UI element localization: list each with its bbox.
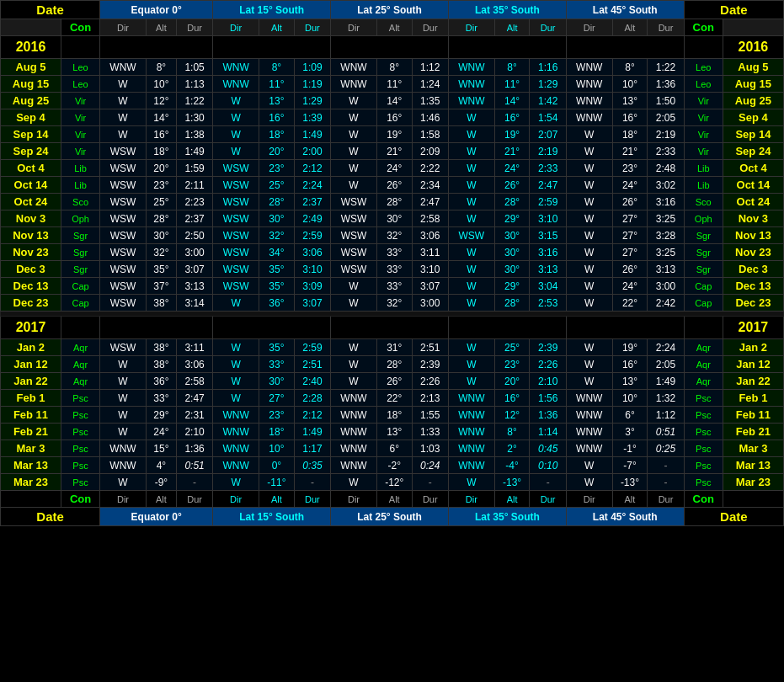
- ftr-alt-l15: Alt: [259, 491, 295, 508]
- dir-cell: W: [566, 126, 612, 143]
- alt-cell: 8°: [259, 59, 295, 76]
- dur-cell: 2:48: [648, 160, 684, 177]
- alt-cell: 10°: [612, 390, 648, 407]
- year-2017-l25: [331, 317, 449, 339]
- dir-cell: W: [566, 210, 612, 227]
- dir-cell: WNW: [331, 59, 377, 76]
- alt-cell: 24°: [146, 424, 176, 440]
- dir-cell: W: [448, 356, 494, 373]
- con-cell-right: Psc: [684, 440, 723, 457]
- alt-cell: 33°: [376, 278, 412, 295]
- con-cell-right: Vir: [684, 126, 723, 143]
- alt-cell: 16°: [494, 390, 530, 407]
- alt-cell: 20°: [146, 160, 176, 177]
- date-cell: Aug 15: [1, 76, 61, 93]
- alt-cell: 30°: [376, 210, 412, 227]
- con-cell-right: Psc: [684, 424, 723, 440]
- dir-cell: WNW: [566, 390, 612, 407]
- dur-cell: 1:29: [294, 93, 330, 109]
- dur-cell: 2:42: [648, 295, 684, 312]
- date-cell: Dec 23: [1, 295, 61, 312]
- dur-cell: 2:37: [176, 210, 212, 227]
- dir-cell: WSW: [100, 339, 147, 356]
- footer-date-left: Date: [1, 508, 100, 526]
- dur-cell: 2:59: [530, 194, 566, 210]
- dir-cell: W: [213, 390, 259, 407]
- dur-cell: 2:07: [530, 126, 566, 143]
- alt-cell: -12°: [376, 474, 412, 491]
- dir-cell: WNW: [566, 93, 612, 109]
- ftr-dir-l45: Dir: [566, 491, 612, 508]
- alt-cell: 24°: [494, 160, 530, 177]
- dur-cell: 2:10: [176, 424, 212, 440]
- subh-date-left: [1, 19, 61, 36]
- subh-dur-l45: Dur: [648, 19, 684, 36]
- dir-cell: W: [448, 210, 494, 227]
- alt-cell: 26°: [376, 373, 412, 390]
- dir-cell: W: [448, 278, 494, 295]
- date-cell-right: Mar 13: [723, 457, 783, 474]
- footer-lat15: Lat 15° South: [213, 508, 331, 526]
- alt-cell: -9°: [146, 474, 176, 491]
- alt-cell: 38°: [146, 339, 176, 356]
- dir-cell: W: [566, 177, 612, 194]
- ftr-dur-l15: Dur: [294, 491, 330, 508]
- dir-cell: WNW: [448, 59, 494, 76]
- dur-cell: 1:36: [530, 407, 566, 424]
- dir-cell: W: [448, 474, 494, 491]
- con-cell: Sgr: [61, 227, 99, 244]
- subh-dur-l35: Dur: [530, 19, 566, 36]
- subh-dur-l15: Dur: [294, 19, 330, 36]
- dur-cell: 3:06: [294, 244, 330, 261]
- dir-cell: WNW: [448, 93, 494, 109]
- dir-cell: WNW: [448, 390, 494, 407]
- dir-cell: W: [213, 109, 259, 126]
- dur-cell: 3:06: [176, 356, 212, 373]
- alt-cell: 23°: [612, 160, 648, 177]
- dur-cell: 3:13: [648, 261, 684, 278]
- con-cell-right: Sgr: [684, 261, 723, 278]
- date-cell: Sep 24: [1, 143, 61, 160]
- alt-cell: -2°: [376, 457, 412, 474]
- alt-cell: 33°: [259, 356, 295, 373]
- dur-cell: 1:56: [530, 390, 566, 407]
- con-cell: Vir: [61, 126, 99, 143]
- dur-cell: 3:04: [530, 278, 566, 295]
- dur-cell: 1:22: [176, 93, 212, 109]
- date-cell: Feb 11: [1, 407, 61, 424]
- dur-cell: 2:49: [294, 210, 330, 227]
- alt-cell: 18°: [376, 407, 412, 424]
- dir-cell: W: [566, 474, 612, 491]
- alt-cell: 30°: [494, 244, 530, 261]
- con-cell-right: Leo: [684, 76, 723, 93]
- dur-cell: 2:33: [648, 143, 684, 160]
- dir-cell: W: [566, 244, 612, 261]
- dur-cell: 3:11: [412, 244, 448, 261]
- alt-cell: 10°: [146, 76, 176, 93]
- dir-cell: WSW: [100, 261, 147, 278]
- footer-region-row: Date Equator 0° Lat 15° South Lat 25° So…: [1, 508, 784, 526]
- dur-cell: 1:09: [294, 59, 330, 76]
- table-row: Dec 23CapWSW38°3:14W36°3:07W32°3:00W28°2…: [1, 295, 784, 312]
- dir-cell: WNW: [448, 76, 494, 93]
- alt-cell: 13°: [612, 93, 648, 109]
- dur-cell: 2:58: [412, 210, 448, 227]
- dur-cell: 1:03: [412, 440, 448, 457]
- dur-cell: 3:13: [530, 261, 566, 278]
- alt-cell: 32°: [146, 244, 176, 261]
- dir-cell: W: [331, 373, 377, 390]
- con-cell: Sgr: [61, 244, 99, 261]
- alt-cell: 35°: [259, 261, 295, 278]
- dur-cell: 1:14: [530, 424, 566, 440]
- alt-cell: 28°: [259, 194, 295, 210]
- date-cell-right: Sep 14: [723, 126, 783, 143]
- dir-cell: W: [331, 93, 377, 109]
- alt-cell: 27°: [259, 390, 295, 407]
- alt-cell: 26°: [494, 177, 530, 194]
- alt-cell: 8°: [494, 59, 530, 76]
- dir-cell: W: [100, 109, 147, 126]
- year-2016-l45: [566, 36, 684, 59]
- ftr-dur-l35: Dur: [530, 491, 566, 508]
- date-cell-right: Jan 22: [723, 373, 783, 390]
- table-row: Sep 14VirW16°1:38W18°1:49W19°1:58W19°2:0…: [1, 126, 784, 143]
